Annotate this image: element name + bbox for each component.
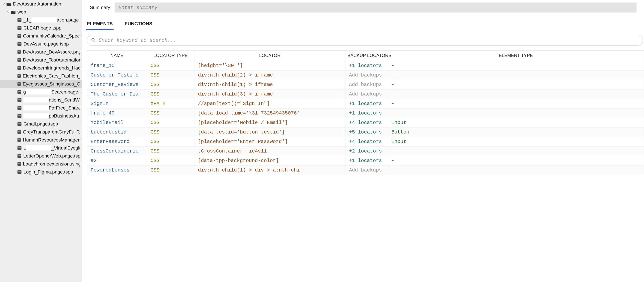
cell-locator[interactable]: div:nth-child(3) > iframe [194,89,346,99]
cell-locator[interactable]: [data-testid='button-testid'] [194,127,346,137]
tab-elements[interactable]: ELEMENTS [86,19,114,30]
sidebar-file[interactable]: gXXXXXXXXSearch.page.ts [0,88,82,96]
cell-backup-locators[interactable]: +5 locators [346,127,388,137]
sidebar-file[interactable]: Gmail.page.tspp [0,120,82,128]
cell-backup-locators[interactable]: +1 locators [346,108,388,118]
cell-element-type[interactable]: - [388,108,644,118]
cell-element-type[interactable]: - [388,156,644,166]
sidebar-file[interactable]: DevAssure_TestAutomationPlat [0,56,82,64]
cell-backup-locators[interactable]: +1 locators [346,156,388,166]
cell-backup-locators[interactable]: Add backups [346,71,388,80]
cell-element-type[interactable]: - [388,89,644,99]
sidebar-file[interactable]: XXXXXXXXForFree_Share [0,104,82,112]
cell-locator-type[interactable]: CSS [147,156,194,166]
cell-name[interactable]: Customer_Testimon… [87,71,147,80]
cell-backup-locators[interactable]: +1 locators [346,61,388,71]
cell-locator[interactable]: [height='\30 '] [194,61,346,71]
table-row[interactable]: Customer_Reviews_…CSSdiv:nth-child(1) > … [87,80,644,89]
table-row[interactable]: a2CSS[data-tpp-background-color]+1 locat… [87,156,644,166]
cell-name[interactable]: PoweredLenses [87,166,147,175]
sidebar-file[interactable]: DevAssure.page.tspp [0,40,82,48]
sidebar-file[interactable]: LetterOpenerWeb.page.tspp [0,152,82,160]
cell-backup-locators[interactable]: Add backups [346,166,388,175]
table-row[interactable]: SignInXPATH//span[text()="Sign In"]+1 lo… [87,99,644,108]
cell-locator[interactable]: [data-tpp-background-color] [194,156,346,166]
sidebar-file[interactable]: _1_XXXXXXXXation.page [0,16,82,24]
cell-name[interactable]: MobileEmail [87,118,147,127]
cell-element-type[interactable]: Input [388,137,644,147]
cell-element-type[interactable]: Input [388,118,644,127]
cell-name[interactable]: frame_49 [87,108,147,118]
search-pill[interactable] [87,35,643,46]
cell-locator-type[interactable]: XPATH [147,99,194,108]
table-row[interactable]: frame_15CSS[height='\30 ']+1 locators- [87,61,644,71]
cell-element-type[interactable]: - [388,71,644,80]
cell-backup-locators[interactable]: +1 locators [346,99,388,108]
cell-locator[interactable]: [placeholder='Mobile / Email'] [194,118,346,127]
cell-backup-locators[interactable]: Add backups [346,89,388,99]
sidebar-file[interactable]: XXXXXXXXations_SendW [0,96,82,104]
cell-locator[interactable]: div:nth-child(1) > iframe [194,80,346,89]
table-row[interactable]: Customer_Testimon…CSSdiv:nth-child(2) > … [87,71,644,80]
table-row[interactable]: PoweredLensesCSSdiv:nth-child(1) > div >… [87,166,644,175]
sidebar-file[interactable]: Login_Figma.page.tspp [0,168,82,176]
cell-name[interactable]: SignIn [87,99,147,108]
cell-name[interactable]: frame_15 [87,61,147,71]
search-input[interactable] [98,38,639,43]
tab-functions[interactable]: FUNCTIONS [124,19,153,30]
cell-name[interactable]: buttontestid [87,127,147,137]
table-row[interactable]: frame_49CSS[data-load-time='\31 73254943… [87,108,644,118]
table-row[interactable]: CrossContainerie4…CSS.CrossContainer--ie… [87,147,644,156]
sidebar-file[interactable]: DevAssure_DevAssure.page.tsp [0,48,82,56]
cell-element-type[interactable]: - [388,99,644,108]
cell-locator[interactable]: [data-load-time='\31 732549435076' [194,108,346,118]
tree-root[interactable]: DevAssure Automation [0,0,82,8]
cell-backup-locators[interactable]: +2 locators [346,147,388,156]
cell-locator-type[interactable]: CSS [147,89,194,99]
cell-name[interactable]: EnterPassword [87,137,147,147]
cell-locator-type[interactable]: CSS [147,147,194,156]
sidebar-file[interactable]: CommunityCalendar_Spectrum [0,32,82,40]
cell-locator[interactable]: [placeholder='Enter Password'] [194,137,346,147]
sidebar-file[interactable]: Developerhiringtrends_HackerE [0,64,82,72]
cell-name[interactable]: Customer_Reviews_… [87,80,147,89]
cell-locator[interactable]: //span[text()="Sign In"] [194,99,346,108]
cell-locator[interactable]: div:nth-child(1) > div > a:nth-chi [194,166,346,175]
sidebar-file[interactable]: Electronics_Cars_Fashion_Collec [0,72,82,80]
cell-element-type[interactable]: Button [388,127,644,137]
summary-input[interactable] [114,3,636,13]
cell-backup-locators[interactable]: +4 locators [346,118,388,127]
sidebar-file[interactable]: HumanResourcesManagementS [0,136,82,144]
sidebar-file[interactable]: LXXXXXXXX_VirtualEyegla [0,144,82,152]
cell-locator-type[interactable]: CSS [147,137,194,147]
sidebar-file[interactable]: XXXXXXXXppBusinessAu [0,112,82,120]
cell-locator-type[interactable]: CSS [147,166,194,175]
cell-locator-type[interactable]: CSS [147,71,194,80]
cell-backup-locators[interactable]: +4 locators [346,137,388,147]
table-row[interactable]: MobileEmailCSS[placeholder='Mobile / Ema… [87,118,644,127]
sidebar-file[interactable]: Eyeglasses_Sunglasses_Contact [0,80,82,88]
cell-locator-type[interactable]: CSS [147,127,194,137]
cell-element-type[interactable]: - [388,147,644,156]
table-row[interactable]: The_Customer_Diar…CSSdiv:nth-child(3) > … [87,89,644,99]
cell-locator[interactable]: div:nth-child(2) > iframe [194,71,346,80]
cell-name[interactable]: The_Customer_Diar… [87,89,147,99]
sidebar-file[interactable]: Loadchromeextensionusingsele [0,160,82,168]
tree-folder[interactable]: web [0,8,82,16]
cell-locator-type[interactable]: CSS [147,118,194,127]
cell-backup-locators[interactable]: Add backups [346,80,388,89]
cell-locator[interactable]: .CrossContainer--ie4v1l [194,147,346,156]
cell-element-type[interactable]: - [388,166,644,175]
sidebar-file[interactable]: GreyTransparentGrayFullRimRe [0,128,82,136]
cell-locator-type[interactable]: CSS [147,108,194,118]
page-icon [18,122,22,126]
cell-element-type[interactable]: - [388,61,644,71]
cell-locator-type[interactable]: CSS [147,80,194,89]
cell-element-type[interactable]: - [388,80,644,89]
cell-name[interactable]: CrossContainerie4… [87,147,147,156]
sidebar-file[interactable]: CLEAR.page.tspp [0,24,82,32]
cell-name[interactable]: a2 [87,156,147,166]
table-row[interactable]: EnterPasswordCSS[placeholder='Enter Pass… [87,137,644,147]
cell-locator-type[interactable]: CSS [147,61,194,71]
table-row[interactable]: buttontestidCSS[data-testid='button-test… [87,127,644,137]
